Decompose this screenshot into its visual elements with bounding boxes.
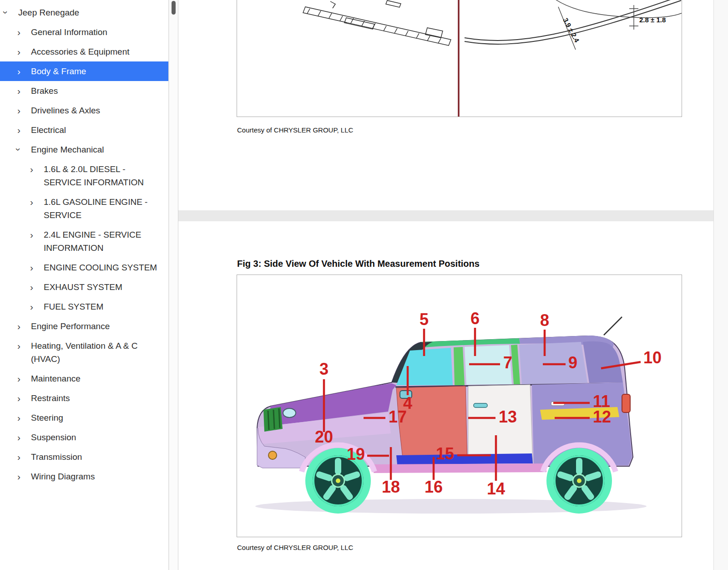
sidebar-item-engine-cooling-system[interactable]: ENGINE COOLING SYSTEM xyxy=(0,258,168,277)
chevron-right-icon[interactable] xyxy=(30,228,44,241)
chevron-right-icon[interactable] xyxy=(30,163,44,176)
chevron-right-icon[interactable] xyxy=(30,280,44,294)
sidebar-item-transmission[interactable]: Transmission xyxy=(0,447,168,467)
sidebar-item-wiring-diagrams[interactable]: Wiring Diagrams xyxy=(0,467,168,486)
sidebar-item-electrical[interactable]: Electrical xyxy=(0,120,168,140)
navigation-sidebar: Jeep Renegade General Information Access… xyxy=(0,0,169,570)
sidebar-item-general-information[interactable]: General Information xyxy=(0,22,168,42)
sidebar-item-label: Body & Frame xyxy=(31,65,164,78)
chevron-right-icon[interactable] xyxy=(30,261,44,274)
sidebar-item-label: ENGINE COOLING SYSTEM xyxy=(44,261,164,274)
sidebar-item-engine-mechanical[interactable]: Engine Mechanical xyxy=(0,140,168,159)
sidebar-item-gasoline-engine-service[interactable]: 1.6L GASOLINE ENGINE - SERVICE xyxy=(0,192,168,225)
callout-16: 16 xyxy=(425,478,443,496)
callout-8: 8 xyxy=(540,311,549,330)
courtesy-caption: Courtesy of CHRYSLER GROUP, LLC xyxy=(237,544,353,551)
sidebar-item-label: Heating, Ventilation & A & C (HVAC) xyxy=(31,339,164,366)
door-handle xyxy=(474,403,487,407)
vehicle-side-view-diagram: 3 4 5 6 7 8 9 10 11 12 13 14 15 16 xyxy=(237,275,682,537)
callout-19: 19 xyxy=(347,445,365,463)
chevron-right-icon[interactable] xyxy=(17,372,31,385)
callout-13: 13 xyxy=(499,407,517,426)
app-window: Jeep Renegade General Information Access… xyxy=(0,0,728,570)
chevron-right-icon[interactable] xyxy=(17,320,31,333)
sidebar-item-brakes[interactable]: Brakes xyxy=(0,81,168,101)
callout-15: 15 xyxy=(436,444,454,463)
content-scrollbar[interactable] xyxy=(713,0,728,570)
sidebar-item-suspension[interactable]: Suspension xyxy=(0,428,168,447)
sidebar-item-body-frame[interactable]: Body & Frame xyxy=(0,61,168,81)
content-card-figure3: Fig 3: Side View Of Vehicle With Measure… xyxy=(178,221,713,570)
chevron-right-icon[interactable] xyxy=(17,411,31,424)
figure-title: Fig 3: Side View Of Vehicle With Measure… xyxy=(237,259,480,269)
sidebar-item-label: General Information xyxy=(31,25,164,39)
chevron-right-icon[interactable] xyxy=(17,45,31,58)
dimension-label: 2.8 ± 1.8 xyxy=(639,16,666,24)
sidebar-item-exhaust-system[interactable]: EXHAUST SYSTEM xyxy=(0,277,168,297)
callout-18: 18 xyxy=(382,478,400,496)
callout-9: 9 xyxy=(568,353,577,372)
rear-wheel xyxy=(546,448,612,514)
sidebar-item-steering[interactable]: Steering xyxy=(0,408,168,428)
cross-section-diagram: 2.8 ± 1.8 3.9 ± 2.4 xyxy=(237,0,682,117)
sidebar-item-label: FUEL SYSTEM xyxy=(44,300,164,313)
chevron-right-icon[interactable] xyxy=(17,123,31,137)
content-pane: 2.8 ± 1.8 3.9 ± 2.4 Courtesy of CHRYSLER… xyxy=(178,0,728,570)
sidebar-item-label: EXHAUST SYSTEM xyxy=(44,280,164,294)
chevron-right-icon[interactable] xyxy=(17,431,31,444)
sidebar-item-label: Engine Performance xyxy=(31,320,164,333)
chevron-right-icon[interactable] xyxy=(17,104,31,117)
sidebar-item-label: Maintenance xyxy=(31,372,164,385)
sidebar-item-diesel-service-information[interactable]: 1.6L & 2.0L DIESEL - SERVICE INFORMATION xyxy=(0,159,168,192)
sidebar-item-label: Wiring Diagrams xyxy=(31,470,164,483)
sidebar-item-label: Jeep Renegade xyxy=(18,6,164,19)
chevron-down-icon[interactable] xyxy=(5,6,18,19)
callout-12: 12 xyxy=(593,407,611,426)
fog-light xyxy=(268,451,277,459)
chevron-right-icon[interactable] xyxy=(30,195,44,209)
chevron-right-icon[interactable] xyxy=(17,65,31,78)
callout-6: 6 xyxy=(470,309,480,328)
sidebar-item-label: Electrical xyxy=(31,123,164,137)
sidebar-item-restraints[interactable]: Restraints xyxy=(0,388,168,408)
headlight xyxy=(283,408,296,417)
figure-2-image: 2.8 ± 1.8 3.9 ± 2.4 xyxy=(237,0,682,117)
callout-10: 10 xyxy=(643,348,662,367)
antenna xyxy=(604,317,622,335)
sidebar-item-24l-engine-service[interactable]: 2.4L ENGINE - SERVICE INFORMATION xyxy=(0,225,168,258)
sidebar-item-label: Steering xyxy=(31,411,164,424)
callout-7: 7 xyxy=(503,353,512,372)
sidebar-item-drivelines-axles[interactable]: Drivelines & Axles xyxy=(0,101,168,120)
chevron-right-icon[interactable] xyxy=(30,300,44,313)
chevron-right-icon[interactable] xyxy=(17,339,31,352)
sidebar-item-label: Brakes xyxy=(31,84,164,97)
sidebar-item-label: Accessories & Equipment xyxy=(31,45,164,58)
sidebar-item-accessories-equipment[interactable]: Accessories & Equipment xyxy=(0,42,168,61)
sidebar-item-engine-performance[interactable]: Engine Performance xyxy=(0,316,168,336)
sidebar-item-label: 1.6L & 2.0L DIESEL - SERVICE INFORMATION xyxy=(44,163,164,189)
callout-17: 17 xyxy=(389,407,407,426)
sidebar-scrollbar-thumb[interactable] xyxy=(172,1,176,15)
sidebar-item-fuel-system[interactable]: FUEL SYSTEM xyxy=(0,297,168,316)
callout-14: 14 xyxy=(487,479,505,498)
sidebar-scrollbar[interactable] xyxy=(169,0,178,570)
sidebar-item-label: Engine Mechanical xyxy=(31,143,164,156)
sidebar-item-label: Suspension xyxy=(31,431,164,444)
sidebar-item-maintenance[interactable]: Maintenance xyxy=(0,369,168,388)
chevron-down-icon[interactable] xyxy=(17,143,31,156)
callout-3: 3 xyxy=(319,360,329,378)
sidebar-item-hvac[interactable]: Heating, Ventilation & A & C (HVAC) xyxy=(0,336,168,369)
callout-20: 20 xyxy=(315,428,333,446)
callout-5: 5 xyxy=(420,310,429,329)
sidebar-item-label: Drivelines & Axles xyxy=(31,104,164,117)
sidebar-item-label: Restraints xyxy=(31,392,164,405)
figure-3-image: 3 4 5 6 7 8 9 10 11 12 13 14 15 16 xyxy=(237,275,682,537)
sidebar-item-jeep-renegade[interactable]: Jeep Renegade xyxy=(0,3,168,22)
chevron-right-icon[interactable] xyxy=(17,450,31,463)
chevron-right-icon[interactable] xyxy=(17,392,31,405)
chevron-right-icon[interactable] xyxy=(17,470,31,483)
chevron-right-icon[interactable] xyxy=(17,84,31,97)
chevron-right-icon[interactable] xyxy=(17,25,31,39)
content-card-figure2: 2.8 ± 1.8 3.9 ± 2.4 Courtesy of CHRYSLER… xyxy=(178,0,713,210)
courtesy-caption: Courtesy of CHRYSLER GROUP, LLC xyxy=(237,126,353,134)
